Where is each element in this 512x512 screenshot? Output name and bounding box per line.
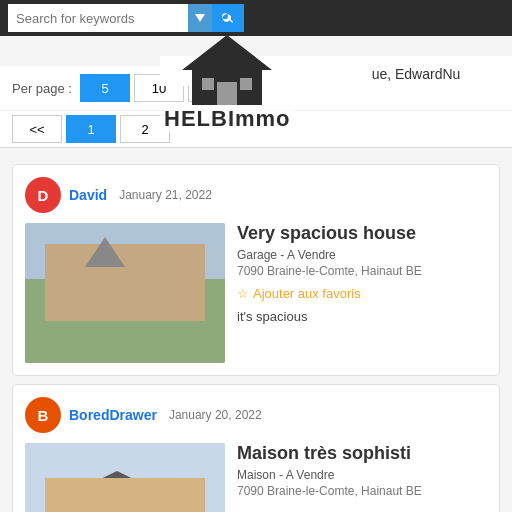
listing-info: Very spacious house Garage - A Vendre 70… xyxy=(237,223,487,363)
listing-info: Maison très sophisti Maison - A Vendre 7… xyxy=(237,443,487,512)
listings-container: D David January 21, 2022 Very spacious h… xyxy=(0,148,512,512)
post-date: January 20, 2022 xyxy=(169,408,262,422)
per-page-row: Per page : 5 10 xyxy=(0,66,512,111)
listing-description: it's spacious xyxy=(237,309,487,324)
per-page-10-button[interactable]: 10 xyxy=(134,74,184,102)
listing-type: Maison - A Vendre xyxy=(237,468,487,482)
avatar: D xyxy=(25,177,61,213)
listing-image xyxy=(25,443,225,512)
listing-location: 7090 Braine-le-Comte, Hainaut BE xyxy=(237,484,487,498)
page-1-button[interactable]: 1 xyxy=(66,115,116,143)
search-dropdown-button[interactable] xyxy=(188,4,212,32)
page-2-button[interactable]: 2 xyxy=(120,115,170,143)
per-page-5-button[interactable]: 5 xyxy=(80,74,130,102)
shed-body xyxy=(45,478,205,512)
listing-card: D David January 21, 2022 Very spacious h… xyxy=(12,164,500,376)
pagination-row: << 1 2 xyxy=(0,111,512,148)
svg-marker-0 xyxy=(195,14,205,22)
user-name: BoredDrawer xyxy=(69,407,157,423)
search-button[interactable] xyxy=(212,4,244,32)
star-icon: ☆ xyxy=(237,286,249,301)
prev-page-button[interactable]: << xyxy=(12,115,62,143)
user-name: David xyxy=(69,187,107,203)
listing-body: Very spacious house Garage - A Vendre 70… xyxy=(25,223,487,363)
listing-header: D David January 21, 2022 xyxy=(25,177,487,213)
listing-title: Very spacious house xyxy=(237,223,487,244)
listing-title: Maison très sophisti xyxy=(237,443,487,464)
avatar: B xyxy=(25,397,61,433)
per-page-other-button[interactable] xyxy=(188,74,238,102)
per-page-label: Per page : xyxy=(12,81,72,96)
post-date: January 21, 2022 xyxy=(119,188,212,202)
listing-header: B BoredDrawer January 20, 2022 xyxy=(25,397,487,433)
listing-location: 7090 Braine-le-Comte, Hainaut BE xyxy=(237,264,487,278)
listing-card: B BoredDrawer January 20, 2022 Maison tr… xyxy=(12,384,500,512)
fav-label: Ajouter aux favoris xyxy=(253,286,361,301)
search-wrapper xyxy=(8,4,244,32)
add-to-favorites-button[interactable]: ☆ Ajouter aux favoris xyxy=(237,286,361,301)
chateau-image xyxy=(25,223,225,363)
header xyxy=(0,0,512,36)
listing-type: Garage - A Vendre xyxy=(237,248,487,262)
listing-body: Maison très sophisti Maison - A Vendre 7… xyxy=(25,443,487,512)
shed-image xyxy=(25,443,225,512)
search-input[interactable] xyxy=(8,4,188,32)
listing-image xyxy=(25,223,225,363)
